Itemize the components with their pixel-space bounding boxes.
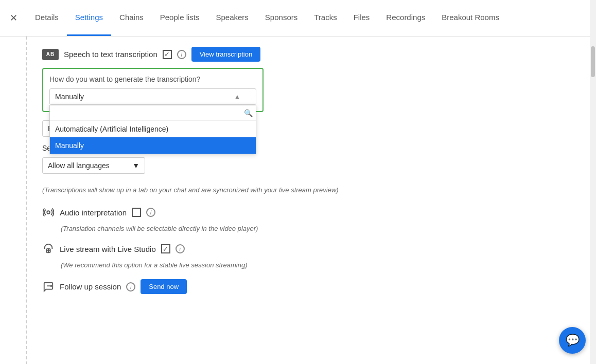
svg-point-0: [47, 211, 50, 214]
transcription-info-icon[interactable]: i: [177, 50, 186, 59]
tab-settings[interactable]: Settings: [67, 0, 111, 36]
livestream-icon: [42, 243, 55, 255]
transcription-question: How do you want to generate the transcri…: [49, 75, 256, 83]
tab-files[interactable]: Files: [345, 0, 378, 36]
tab-recordings[interactable]: Recordings: [378, 0, 433, 36]
followup-header: Follow up session i Send now: [42, 279, 581, 294]
transcription-note: (Transcriptions will show up in a tab on…: [42, 186, 581, 194]
dropdown-search-input[interactable]: [53, 107, 244, 118]
content-area: AB Speech to text transcription i View t…: [27, 37, 596, 364]
close-icon: ✕: [10, 12, 17, 24]
tab-speakers[interactable]: Speakers: [207, 0, 256, 36]
transcription-section: AB Speech to text transcription i View t…: [42, 47, 581, 194]
transcription-box: How do you want to generate the transcri…: [42, 68, 264, 112]
tab-bar: Details Settings Chains People lists Spe…: [27, 0, 507, 36]
tab-sponsors[interactable]: Sponsors: [257, 0, 306, 36]
audio-interpretation-checkbox[interactable]: [132, 208, 141, 217]
scrollbar[interactable]: [590, 37, 596, 364]
chat-bubble-button[interactable]: 💬: [559, 327, 586, 354]
tab-chains[interactable]: Chains: [111, 0, 152, 36]
translation-selected-value: Allow all languages: [48, 161, 110, 170]
left-sidebar: [0, 37, 27, 364]
tab-people-lists[interactable]: People lists: [152, 0, 208, 36]
audio-interpretation-header: Audio interpretation i: [42, 206, 581, 219]
main-content: AB Speech to text transcription i View t…: [0, 37, 596, 364]
audio-interpretation-info-icon[interactable]: i: [146, 208, 155, 217]
generation-dropdown-selected[interactable]: Manually ▲: [49, 88, 256, 105]
followup-icon: [42, 281, 55, 293]
generation-selected-value: Manually: [55, 93, 84, 101]
translation-dropdown-arrow: ▼: [132, 161, 139, 170]
audio-interpretation-label: Audio interpretation: [60, 208, 127, 217]
chat-bubble-icon: 💬: [566, 334, 580, 347]
followup-send-button[interactable]: Send now: [141, 279, 187, 294]
livestream-info-icon[interactable]: i: [176, 244, 185, 253]
close-button[interactable]: ✕: [0, 0, 27, 36]
dropdown-search-row: 🔍: [50, 105, 256, 121]
tab-breakout-rooms[interactable]: Breakout Rooms: [433, 0, 507, 36]
view-transcription-button[interactable]: View transcription: [191, 47, 260, 62]
scrollbar-thumb[interactable]: [591, 46, 595, 77]
livestream-label: Live stream with Live Studio: [60, 245, 156, 253]
transcription-header: AB Speech to text transcription i View t…: [42, 47, 581, 62]
translation-dropdown[interactable]: Allow all languages ▼: [42, 157, 145, 174]
generation-dropdown[interactable]: Manually ▲ 🔍 Automatically (Artificial I…: [49, 88, 256, 105]
followup-label: Follow up session: [60, 282, 121, 291]
livestream-checkbox[interactable]: [161, 244, 170, 253]
livestream-section: Live stream with Live Studio i (We recom…: [42, 243, 581, 269]
dropdown-search-icon[interactable]: 🔍: [244, 109, 253, 117]
option-manually[interactable]: Manually: [50, 137, 256, 154]
transcription-label: Speech to text transcription: [64, 50, 157, 59]
top-bar: ✕ Details Settings Chains People lists S…: [0, 0, 596, 37]
followup-info-icon[interactable]: i: [126, 282, 135, 292]
audio-interpretation-note: (Translation channels will be selectable…: [61, 225, 581, 232]
transcription-checkbox[interactable]: [163, 50, 172, 59]
generation-dropdown-arrow: ▲: [234, 93, 240, 100]
tab-tracks[interactable]: Tracks: [306, 0, 345, 36]
ab-icon: AB: [42, 49, 59, 60]
audio-interpretation-section: Audio interpretation i (Translation chan…: [42, 206, 581, 232]
podcast-icon: [42, 206, 55, 219]
tab-details[interactable]: Details: [27, 0, 67, 36]
generation-dropdown-popup: 🔍 Automatically (Artificial Intelligence…: [49, 105, 256, 154]
livestream-note: (We recommend this option for a stable l…: [61, 261, 581, 269]
followup-section: Follow up session i Send now: [42, 279, 581, 294]
option-automatically[interactable]: Automatically (Artificial Intelligence): [50, 121, 256, 137]
livestream-header: Live stream with Live Studio i: [42, 243, 581, 255]
